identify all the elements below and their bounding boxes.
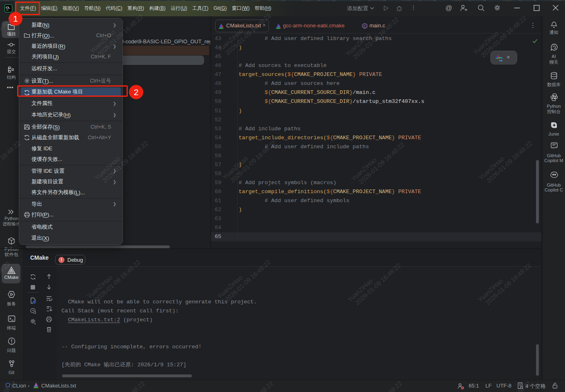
svg-text:C: C (363, 24, 366, 28)
